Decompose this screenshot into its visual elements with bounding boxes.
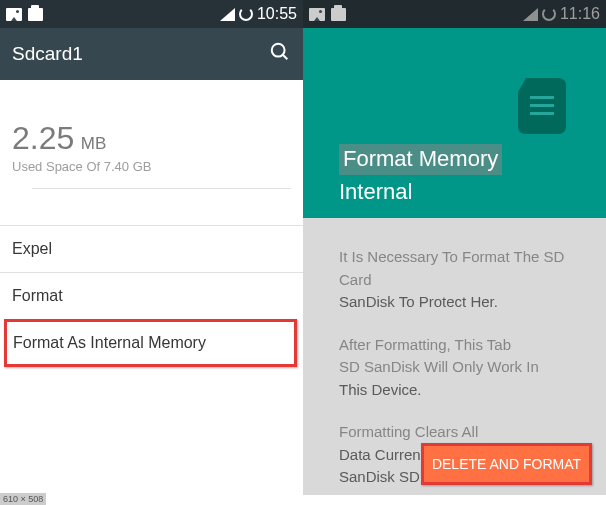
- svg-rect-4: [530, 112, 554, 115]
- svg-rect-2: [530, 96, 554, 99]
- dimensions-label: 610 × 508: [0, 493, 46, 505]
- divider: [32, 188, 291, 189]
- sync-icon: [542, 7, 556, 21]
- sd-notif-icon: [331, 8, 346, 21]
- clock-right: 11:16: [560, 5, 600, 23]
- status-bar-left: 10:55: [0, 0, 303, 28]
- body-text: SanDisk To Protect Her.: [339, 293, 498, 310]
- signal-icon: [523, 8, 538, 21]
- right-screen: 11:16 Format Memory Internal It Is Neces…: [303, 0, 606, 495]
- format-item[interactable]: Format: [12, 273, 291, 319]
- svg-line-1: [283, 54, 288, 59]
- clock-left: 10:55: [257, 5, 297, 23]
- size-subtext: Used Space Of 7.40 GB: [12, 159, 291, 174]
- body-text: Formatting Clears All: [339, 423, 478, 440]
- body-text: SD SanDisk Will Only Work In: [339, 358, 539, 375]
- svg-point-0: [272, 43, 285, 56]
- appbar-title: Sdcard1: [12, 43, 83, 65]
- svg-rect-3: [530, 104, 554, 107]
- status-bar-right: 11:16: [303, 0, 606, 28]
- left-screen: 10:55 Sdcard1 2.25 MB Used Space Of 7.40…: [0, 0, 303, 495]
- size-unit: MB: [81, 134, 107, 153]
- body-text: It Is Necessary To Format The SD Card: [339, 248, 564, 288]
- expel-item[interactable]: Expel: [12, 226, 291, 272]
- format-internal-item[interactable]: Format As Internal Memory: [13, 334, 288, 352]
- sd-card-icon: [518, 78, 566, 134]
- size-value: 2.25: [12, 120, 74, 156]
- sd-notif-icon: [28, 8, 43, 21]
- signal-icon: [220, 8, 235, 21]
- picture-icon: [309, 8, 325, 21]
- picture-icon: [6, 8, 22, 21]
- header-line1: Format Memory: [339, 144, 502, 175]
- header-title: Format Memory Internal: [339, 144, 502, 208]
- body-text: This Device.: [339, 381, 422, 398]
- header-line2: Internal: [339, 179, 412, 204]
- search-icon[interactable]: [269, 41, 291, 68]
- body-text: After Formatting, This Tab: [339, 336, 511, 353]
- format-header: Format Memory Internal: [303, 28, 606, 218]
- delete-format-button[interactable]: DELETE AND FORMAT: [421, 443, 592, 485]
- sync-icon: [239, 7, 253, 21]
- storage-size: 2.25 MB Used Space Of 7.40 GB: [12, 120, 291, 174]
- format-internal-highlight: Format As Internal Memory: [4, 319, 297, 367]
- appbar: Sdcard1: [0, 28, 303, 80]
